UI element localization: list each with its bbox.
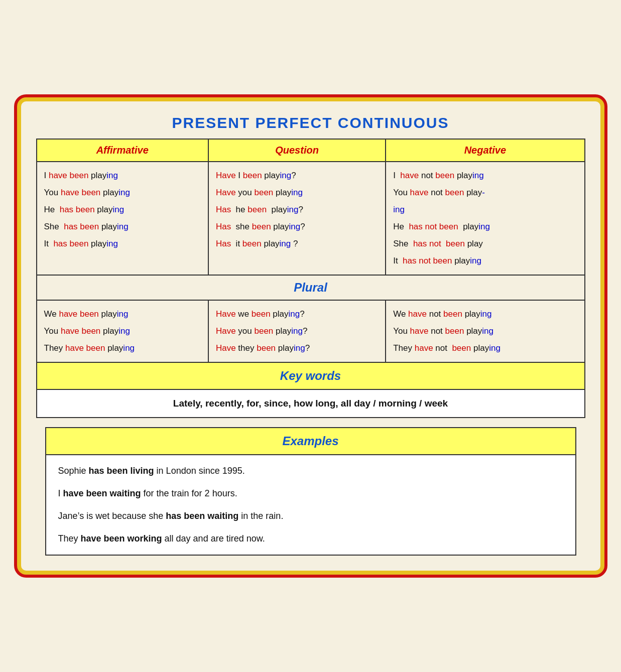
q-s-3: Has he been playing? [216,201,378,218]
aff-s-5: It has been playing [44,235,201,252]
plural-section-label: Plural [294,281,327,294]
negative-singular-cell: I have not been playing You have not bee… [386,162,584,275]
affirmative-plural-cell: We have been playing You have been playi… [37,300,208,362]
keywords-label: Key words [280,369,341,382]
neg-s-2: You have not been play-ing [393,184,577,218]
singular-row: I have been playing You have been playin… [37,162,585,275]
neg-s-4: She has not been play [393,235,577,252]
question-singular-cell: Have I been playing? Have you been playi… [208,162,386,275]
header-question: Question [208,139,386,162]
aff-p-2: You have been playing [44,323,201,340]
q-s-4: Has she been playing? [216,218,378,235]
plural-section-header: Plural [37,275,585,300]
examples-section: Examples Sophie has been living in Londo… [45,427,576,556]
aff-p-1: We have been playing [44,306,201,323]
question-plural-content: Have we been playing? Have you been play… [216,306,378,357]
examples-header: Examples [46,428,575,455]
neg-p-3: They have not been playing [393,340,577,357]
outer-border: PRESENT PERFECT CONTINUOUS Affirmative Q… [17,97,604,575]
examples-body: Sophie has been living in London since 1… [46,455,575,555]
neg-s-3: He has not been playing [393,218,577,235]
question-plural-cell: Have we been playing? Have you been play… [208,300,386,362]
aff-s-3: He has been playing [44,201,201,218]
page-title: PRESENT PERFECT CONTINUOUS [36,114,585,131]
header-negative: Negative [386,139,584,162]
neg-p-1: We have not been playing [393,306,577,323]
q-s-2: Have you been playing [216,184,378,201]
keywords-header: Key words [37,363,584,390]
example-3: Jane’s is wet because she has been waiti… [58,509,563,523]
aff-s-2: You have been playing [44,184,201,201]
q-p-3: Have they been playing? [216,340,378,357]
neg-s-5: It has not been playing [393,252,577,270]
example-2: I have been waiting for the train for 2 … [58,487,563,500]
inner-content: PRESENT PERFECT CONTINUOUS Affirmative Q… [25,105,596,567]
q-p-2: Have you been playing? [216,323,378,340]
negative-plural-content: We have not been playing You have not be… [393,306,577,357]
q-s-1: Have I been playing? [216,167,378,184]
keywords-content: Lately, recently, for, since, how long, … [47,398,574,409]
q-s-5: Has it been playing ? [216,235,378,252]
aff-s-1: I have been playing [44,167,201,184]
q-p-1: Have we been playing? [216,306,378,323]
plural-label: Plural [37,275,585,300]
negative-singular-content: I have not been playing You have not bee… [393,167,577,270]
question-singular-content: Have I been playing? Have you been playi… [216,167,378,252]
affirmative-singular-content: I have been playing You have been playin… [44,167,201,252]
example-4: They have been working all day and are t… [58,532,563,546]
neg-p-2: You have not been playing [393,323,577,340]
affirmative-singular-cell: I have been playing You have been playin… [37,162,208,275]
affirmative-plural-content: We have been playing You have been playi… [44,306,201,357]
negative-plural-cell: We have not been playing You have not be… [386,300,584,362]
header-affirmative: Affirmative [37,139,208,162]
neg-s-1: I have not been playing [393,167,577,184]
examples-label: Examples [282,434,338,448]
grammar-table: Affirmative Question Negative I have bee… [36,139,585,363]
keywords-body: Lately, recently, for, since, how long, … [37,390,584,417]
keywords-section: Key words Lately, recently, for, since, … [36,363,585,418]
aff-p-3: They have been playing [44,340,201,357]
aff-s-4: She has been playing [44,218,201,235]
example-1: Sophie has been living in London since 1… [58,464,563,478]
plural-row: We have been playing You have been playi… [37,300,585,362]
